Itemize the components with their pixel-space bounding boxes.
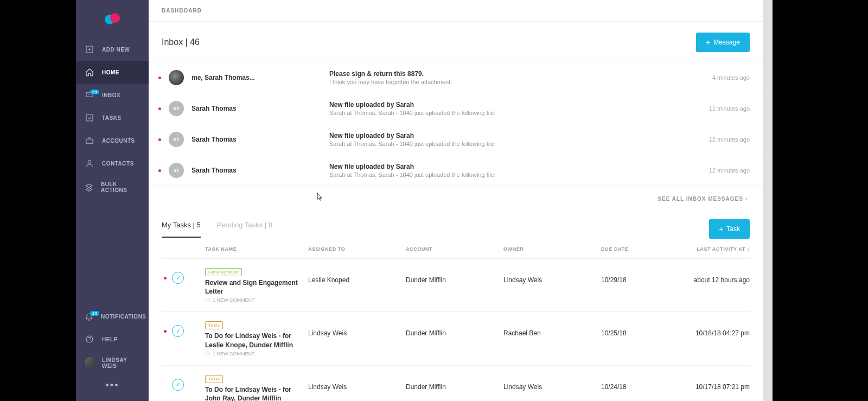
message-preview: Sarah at Thomas, Sarah - 1040 just uploa… bbox=[329, 110, 701, 116]
message-title: Please sign & return this 8879. bbox=[329, 70, 705, 78]
task-due: 10/25/18 bbox=[601, 321, 677, 337]
sidebar-item-tasks[interactable]: TASKS bbox=[76, 106, 149, 129]
task-comments: 1 NEW COMMENT bbox=[205, 297, 303, 303]
tab-pending-tasks[interactable]: Pending Tasks | 8 bbox=[217, 221, 272, 238]
sender-avatar: ST bbox=[169, 101, 184, 116]
user-avatar bbox=[85, 357, 95, 369]
sidebar-item-label: NOTIFICATIONS bbox=[101, 314, 146, 320]
sidebar-item-help[interactable]: HELP bbox=[76, 328, 149, 351]
button-label: Task bbox=[726, 225, 740, 233]
task-row[interactable]: ✓ Get a Signature Review and Sign Engage… bbox=[162, 259, 750, 312]
sender-avatar: ST bbox=[169, 163, 184, 178]
sidebar-item-label: ACCOUNTS bbox=[102, 138, 135, 144]
message-title: New file uploaded by Sarah bbox=[329, 101, 701, 109]
task-name: Review and Sign Engagement Letter bbox=[205, 278, 303, 296]
sidebar-item-accounts[interactable]: ACCOUNTS bbox=[76, 129, 149, 152]
inbox-row[interactable]: ST Sarah Thomas New file uploaded by Sar… bbox=[149, 124, 763, 155]
sidebar-item-label: TASKS bbox=[102, 115, 122, 121]
task-assigned: Leslie Knoped bbox=[308, 268, 406, 284]
briefcase-icon bbox=[85, 136, 94, 145]
sender-name: Sarah Thomas bbox=[192, 105, 322, 112]
task-assigned: Lindsay Weis bbox=[308, 374, 406, 391]
sender-name: Sarah Thomas bbox=[192, 167, 322, 174]
task-name: To Do for Lindsay Weis - for Leslie Knop… bbox=[205, 332, 303, 349]
sidebar-item-inbox[interactable]: INBOX 28 bbox=[76, 84, 149, 106]
new-message-button[interactable]: + Message bbox=[696, 33, 750, 52]
complete-task-button[interactable]: ✓ bbox=[172, 272, 184, 284]
message-title: New file uploaded by Sarah bbox=[329, 132, 701, 139]
col-account[interactable]: ACCOUNT bbox=[406, 246, 503, 252]
unread-dot bbox=[158, 169, 161, 172]
task-row[interactable]: ✓ To Do To Do for Lindsay Weis - for Joh… bbox=[162, 366, 750, 401]
user-name: LINDSAY WEIS bbox=[102, 357, 140, 369]
task-comments: 1 NEW COMMENT bbox=[205, 351, 303, 357]
unread-dot bbox=[158, 138, 161, 141]
unread-dot bbox=[158, 77, 161, 79]
task-owner: Lindsay Weis bbox=[503, 374, 601, 391]
see-all-inbox-link[interactable]: SEE ALL INBOX MESSAGES › bbox=[658, 196, 748, 202]
sidebar-item-notifications[interactable]: NOTIFICATIONS 14 bbox=[76, 305, 149, 328]
sidebar: ADD NEW HOME INBOX 28 TASKS ACCOUN bbox=[76, 0, 149, 401]
message-time: 11 minutes ago bbox=[709, 105, 750, 112]
task-owner: Rachael Ben bbox=[503, 321, 601, 337]
task-tag: To Do bbox=[205, 375, 223, 383]
task-account: Dunder Mifflin bbox=[406, 374, 503, 391]
sidebar-item-label: BULK ACTIONS bbox=[101, 181, 140, 193]
tab-my-tasks[interactable]: My Tasks | 5 bbox=[162, 221, 201, 238]
plus-icon: + bbox=[719, 226, 723, 232]
app-logo[interactable] bbox=[76, 0, 149, 38]
current-user[interactable]: LINDSAY WEIS bbox=[76, 351, 149, 375]
task-tag: To Do bbox=[205, 321, 223, 329]
task-row[interactable]: ✓ To Do To Do for Lindsay Weis - for Les… bbox=[162, 312, 750, 365]
task-activity: 10/17/18 07:21 pm bbox=[677, 374, 750, 391]
message-time: 4 minutes ago bbox=[712, 74, 750, 81]
unread-dot bbox=[164, 277, 167, 279]
sidebar-item-home[interactable]: HOME bbox=[76, 61, 149, 84]
inbox-row[interactable]: me, Sarah Thomas... Please sign & return… bbox=[149, 62, 763, 93]
sender-name: Sarah Thomas bbox=[192, 136, 322, 143]
task-due: 10/24/18 bbox=[601, 374, 677, 391]
svg-rect-2 bbox=[86, 114, 93, 121]
task-tag: Get a Signature bbox=[205, 268, 242, 276]
more-menu[interactable]: ••• bbox=[76, 375, 149, 396]
sidebar-item-label: INBOX bbox=[102, 92, 120, 98]
user-icon bbox=[85, 158, 94, 168]
breadcrumb: DASHBOARD bbox=[149, 0, 763, 22]
task-activity: about 12 hours ago bbox=[677, 268, 750, 284]
check-square-icon bbox=[85, 113, 94, 123]
message-preview: Sarah at Thomas, Sarah - 1040 just uploa… bbox=[329, 141, 701, 147]
button-label: Message bbox=[713, 39, 740, 46]
sender-name: me, Sarah Thomas... bbox=[192, 74, 322, 81]
sidebar-item-bulk-actions[interactable]: BULK ACTIONS bbox=[76, 175, 149, 200]
inbox-badge: 28 bbox=[90, 90, 99, 94]
inbox-row[interactable]: ST Sarah Thomas New file uploaded by Sar… bbox=[149, 93, 763, 124]
col-assigned-to[interactable]: ASSIGNED TO bbox=[308, 246, 406, 252]
sidebar-item-label: CONTACTS bbox=[102, 161, 134, 167]
add-new-button[interactable]: ADD NEW bbox=[76, 38, 149, 61]
sidebar-item-label: HELP bbox=[102, 336, 118, 342]
inbox-row[interactable]: ST Sarah Thomas New file uploaded by Sar… bbox=[149, 155, 763, 186]
message-preview: I think you may have forgotten the attac… bbox=[329, 79, 705, 85]
main-content: DASHBOARD Inbox | 46 + Message me, Sarah… bbox=[149, 0, 773, 401]
task-due: 10/29/18 bbox=[601, 268, 677, 284]
task-activity: 10/18/18 04:27 pm bbox=[677, 321, 750, 337]
plus-square-icon bbox=[85, 44, 94, 54]
new-task-button[interactable]: + Task bbox=[709, 219, 750, 239]
message-time: 12 minutes ago bbox=[709, 167, 750, 174]
sender-avatar bbox=[169, 70, 184, 85]
col-task-name[interactable]: TASK NAME bbox=[205, 246, 308, 252]
col-last-activity[interactable]: LAST ACTIVITY AT ↓ bbox=[677, 246, 750, 252]
col-owner[interactable]: OWNER bbox=[503, 246, 601, 252]
inbox-title: Inbox | 46 bbox=[162, 37, 200, 47]
message-title: New file uploaded by Sarah bbox=[329, 163, 701, 170]
unread-dot bbox=[164, 330, 167, 333]
complete-task-button[interactable]: ✓ bbox=[172, 325, 184, 337]
complete-task-button[interactable]: ✓ bbox=[172, 379, 184, 391]
task-owner: Lindsay Weis bbox=[503, 268, 601, 284]
layers-icon bbox=[85, 182, 93, 192]
sidebar-item-label: HOME bbox=[102, 69, 119, 75]
sidebar-item-contacts[interactable]: CONTACTS bbox=[76, 152, 149, 175]
unread-dot bbox=[158, 107, 161, 110]
col-due-date[interactable]: DUE DATE bbox=[601, 246, 677, 252]
inbox-list: me, Sarah Thomas... Please sign & return… bbox=[149, 62, 763, 186]
